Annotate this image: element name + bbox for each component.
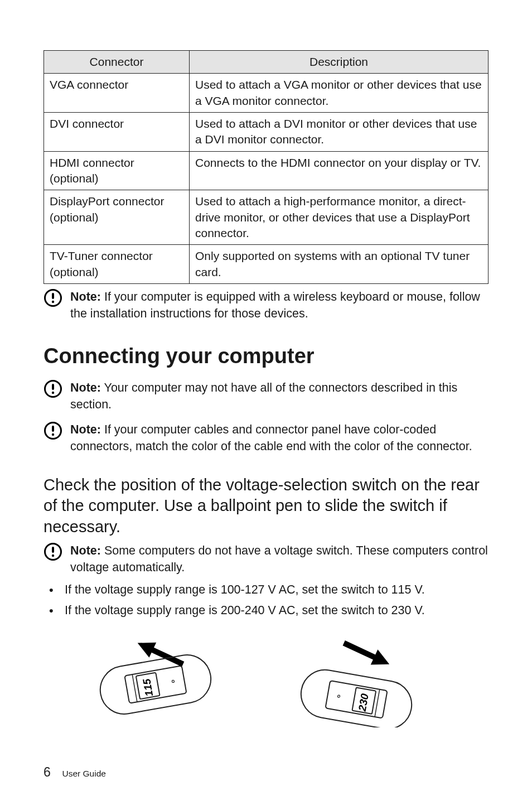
svg-point-5 bbox=[52, 392, 54, 394]
note-label: Note: bbox=[70, 544, 101, 557]
table-row: HDMI connector (optional) Connects to th… bbox=[44, 151, 489, 190]
svg-marker-19 bbox=[340, 635, 393, 672]
note-text: Your computer may not have all of the co… bbox=[70, 381, 457, 411]
svg-point-11 bbox=[52, 555, 54, 557]
attention-icon bbox=[43, 379, 62, 398]
svg-rect-20 bbox=[297, 666, 415, 727]
svg-text:230: 230 bbox=[356, 692, 371, 712]
page-footer: 6 User Guide bbox=[43, 765, 106, 780]
connector-table: Connector Description VGA connector Used… bbox=[43, 50, 489, 284]
list-item: If the voltage supply range is 200-240 V… bbox=[43, 602, 489, 619]
note-label: Note: bbox=[70, 423, 101, 436]
table-row: DisplayPort connector (optional) Used to… bbox=[44, 190, 489, 245]
svg-rect-1 bbox=[52, 293, 54, 299]
svg-rect-4 bbox=[52, 384, 54, 390]
note: Note: If your computer cables and connec… bbox=[43, 421, 489, 455]
svg-point-25 bbox=[337, 695, 340, 698]
page-number: 6 bbox=[43, 765, 51, 779]
voltage-switch-diagram-115: 115 bbox=[77, 633, 228, 727]
attention-icon bbox=[43, 421, 62, 440]
svg-rect-13 bbox=[96, 652, 215, 718]
th-connector: Connector bbox=[44, 51, 190, 74]
note-text: If your computer cables and connector pa… bbox=[70, 423, 472, 453]
note-label: Note: bbox=[70, 290, 101, 303]
table-row: VGA connector Used to attach a VGA monit… bbox=[44, 74, 489, 113]
note-label: Note: bbox=[70, 381, 101, 394]
heading-connecting: Connecting your computer bbox=[43, 344, 489, 368]
note-text: If your computer is equipped with a wire… bbox=[70, 290, 480, 320]
table-row: DVI connector Used to attach a DVI monit… bbox=[44, 113, 489, 152]
attention-icon bbox=[43, 542, 62, 561]
svg-rect-7 bbox=[52, 426, 54, 432]
voltage-switch-diagram-230: 230 bbox=[294, 633, 445, 727]
attention-icon bbox=[43, 288, 62, 307]
note: Note: Your computer may not have all of … bbox=[43, 379, 489, 413]
svg-point-18 bbox=[172, 680, 175, 683]
svg-point-8 bbox=[52, 433, 54, 435]
note: Note: Some computers do not have a volta… bbox=[43, 542, 489, 576]
note: Note: If your computer is equipped with … bbox=[43, 288, 489, 322]
table-row: TV-Tuner connector (optional) Only suppo… bbox=[44, 245, 489, 284]
voltage-bullet-list: If the voltage supply range is 100-127 V… bbox=[43, 581, 489, 619]
heading-voltage-switch: Check the position of the voltage-select… bbox=[43, 475, 489, 538]
svg-text:115: 115 bbox=[141, 678, 155, 697]
svg-point-2 bbox=[52, 301, 54, 303]
th-description: Description bbox=[190, 51, 489, 74]
svg-rect-10 bbox=[52, 547, 54, 553]
note-text: Some computers do not have a voltage swi… bbox=[70, 544, 488, 574]
footer-text: User Guide bbox=[62, 769, 106, 778]
list-item: If the voltage supply range is 100-127 V… bbox=[43, 581, 489, 599]
